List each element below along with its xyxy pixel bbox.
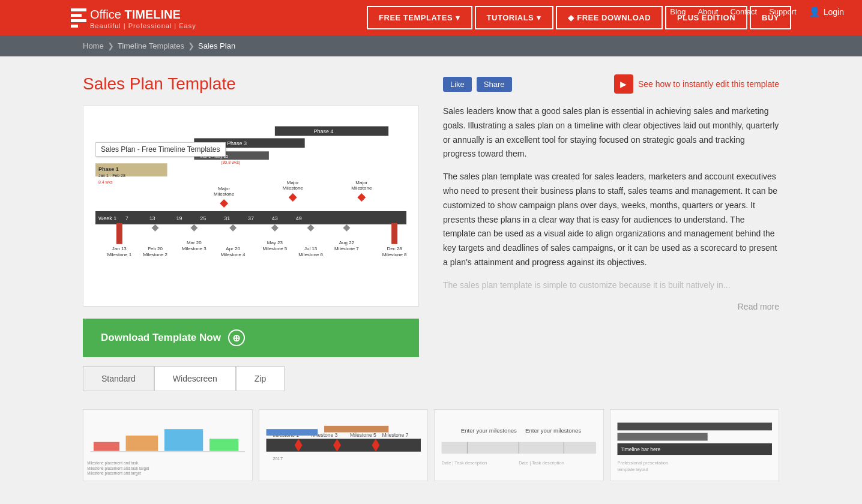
- svg-text:Dec 28: Dec 28: [387, 246, 402, 251]
- timeline-chart: Phase 4 Sep 15 - Dec 29 Phase 3 Apr 15 -…: [89, 112, 412, 298]
- template-preview: Sales Plan - Free Timeline Templates Pha…: [83, 106, 419, 307]
- svg-marker-47: [307, 224, 315, 232]
- contact-link[interactable]: Contact: [730, 7, 757, 16]
- login-link[interactable]: 👤 Login: [809, 6, 844, 17]
- breadcrumb-home[interactable]: Home: [83, 41, 104, 50]
- thumbnail-3[interactable]: Enter your milestones Enter your milesto…: [434, 409, 604, 481]
- svg-marker-35: [152, 224, 159, 232]
- svg-text:Milestone 1: Milestone 1: [107, 252, 131, 257]
- nav-free-download[interactable]: ◆ FREE DOWNLOAD: [556, 6, 663, 29]
- thumbnail-4[interactable]: Timeline bar here Professional presentat…: [610, 409, 780, 481]
- svg-rect-66: [266, 439, 420, 451]
- download-label: Download Template Now: [101, 332, 221, 344]
- svg-rect-32: [116, 223, 122, 244]
- svg-text:Major: Major: [355, 180, 367, 185]
- svg-text:Milestone 2: Milestone 2: [143, 252, 167, 257]
- blog-link[interactable]: Blog: [670, 7, 686, 16]
- svg-text:Milestone: Milestone: [214, 191, 235, 197]
- svg-rect-60: [164, 429, 203, 451]
- breadcrumb-templates[interactable]: Timeline Templates: [118, 41, 184, 50]
- svg-text:Date | Task description: Date | Task description: [442, 460, 487, 466]
- svg-text:2017: 2017: [273, 456, 283, 461]
- svg-text:43: 43: [272, 215, 278, 221]
- svg-rect-76: [324, 426, 388, 433]
- social-video-row: Like Share ▶ See how to instantly edit t…: [443, 74, 779, 94]
- svg-text:13: 13: [149, 215, 155, 221]
- svg-text:Jan 13: Jan 13: [112, 246, 127, 251]
- svg-text:Milestone 6: Milestone 6: [298, 252, 323, 257]
- svg-text:Aug 22: Aug 22: [339, 240, 355, 245]
- support-link[interactable]: Support: [769, 7, 797, 16]
- tab-standard[interactable]: Standard: [83, 366, 154, 391]
- about-link[interactable]: About: [698, 7, 718, 16]
- desc-para-2: The sales plan template was created for …: [443, 170, 779, 270]
- svg-marker-41: [229, 224, 237, 232]
- svg-rect-87: [617, 422, 771, 430]
- left-column: Sales Plan Template Sales Plan - Free Ti…: [83, 74, 419, 391]
- user-icon: 👤: [809, 6, 821, 17]
- svg-text:Milestone 4: Milestone 4: [221, 252, 246, 257]
- svg-text:19: 19: [176, 215, 182, 221]
- header: Blog About Contact Support 👤 Login Offic…: [0, 0, 862, 35]
- svg-marker-38: [190, 224, 197, 232]
- download-button[interactable]: Download Template Now ⊕: [83, 319, 419, 357]
- breadcrumb-sep-1: ❯: [107, 41, 114, 50]
- breadcrumb-bar: Home ❯ Timeline Templates ❯ Sales Plan: [0, 35, 862, 56]
- svg-text:Milestone 5: Milestone 5: [349, 432, 376, 438]
- thumbnails-row: Milestone placement and task Milestone p…: [71, 409, 791, 481]
- svg-text:7: 7: [125, 215, 128, 221]
- logo-icon: [71, 8, 86, 28]
- fb-like-button[interactable]: Like: [443, 77, 472, 92]
- svg-text:template layout: template layout: [617, 467, 648, 472]
- svg-text:31: 31: [224, 215, 230, 221]
- svg-rect-53: [391, 223, 397, 244]
- svg-text:Milestone placement and task: Milestone placement and task: [87, 461, 139, 466]
- desc-para-3: The sales plan template is simple to cus…: [443, 278, 779, 293]
- svg-text:Phase 3: Phase 3: [227, 140, 247, 146]
- video-link[interactable]: ▶ See how to instantly edit this templat…: [614, 74, 779, 94]
- svg-text:Apr 20: Apr 20: [226, 246, 240, 251]
- format-tabs: Standard Widescreen Zip: [83, 366, 419, 391]
- read-more-link[interactable]: Read more: [443, 302, 779, 311]
- svg-text:Enter your milestones: Enter your milestones: [461, 427, 517, 434]
- svg-text:Milestone 3: Milestone 3: [182, 246, 206, 251]
- svg-rect-59: [126, 436, 158, 451]
- svg-text:25: 25: [200, 215, 206, 221]
- svg-text:Milestone placement and task t: Milestone placement and task target: [87, 466, 149, 471]
- video-link-text: See how to instantly edit this template: [638, 79, 779, 89]
- logo-timeline: TIMELINE: [124, 8, 180, 21]
- tab-zip[interactable]: Zip: [236, 366, 285, 391]
- svg-text:Milestone: Milestone: [351, 185, 372, 191]
- svg-text:Enter your milestones: Enter your milestones: [525, 427, 581, 434]
- svg-text:Date | Task description: Date | Task description: [519, 460, 564, 466]
- nav-tutorials[interactable]: TUTORIALS ▾: [475, 6, 553, 29]
- page-title: Sales Plan Template: [83, 74, 419, 94]
- svg-text:Milestone placement and target: Milestone placement and target: [87, 471, 141, 476]
- social-buttons: Like Share: [443, 77, 512, 92]
- thumbnail-1[interactable]: Milestone placement and task Milestone p…: [83, 409, 253, 481]
- svg-rect-61: [209, 439, 238, 451]
- svg-text:(30.8 wks): (30.8 wks): [221, 160, 240, 165]
- svg-text:Mar 20: Mar 20: [187, 240, 202, 245]
- nav-free-templates[interactable]: FREE TEMPLATES ▾: [367, 6, 472, 29]
- svg-text:Milestone 7: Milestone 7: [334, 246, 359, 251]
- svg-text:Sep 15 - Dec 29: Sep 15 - Dec 29: [314, 136, 344, 140]
- svg-text:May 23: May 23: [267, 240, 283, 245]
- logo[interactable]: Office TIMELINE Beautiful | Professional…: [71, 7, 196, 29]
- svg-text:Major: Major: [218, 186, 230, 191]
- thumbnail-2[interactable]: Milestone 1 Milestone 3 Milestone 5 Mile…: [259, 409, 429, 481]
- tab-widescreen[interactable]: Widescreen: [154, 366, 236, 391]
- svg-marker-44: [271, 224, 279, 232]
- dropdown-icon-2: ▾: [537, 13, 541, 22]
- svg-rect-75: [266, 429, 318, 436]
- svg-text:Feb 20: Feb 20: [148, 246, 163, 251]
- description: Sales leaders know that a good sales pla…: [443, 104, 779, 293]
- svg-text:Major: Major: [287, 180, 299, 185]
- breadcrumb: Home ❯ Timeline Templates ❯ Sales Plan: [71, 41, 791, 50]
- svg-text:Timeline bar here: Timeline bar here: [620, 446, 660, 452]
- fb-share-button[interactable]: Share: [477, 77, 512, 92]
- svg-marker-50: [343, 224, 350, 232]
- svg-text:Milestone 5: Milestone 5: [262, 246, 287, 251]
- svg-text:Phase 4: Phase 4: [314, 128, 334, 134]
- download-icon: ⊕: [228, 329, 245, 346]
